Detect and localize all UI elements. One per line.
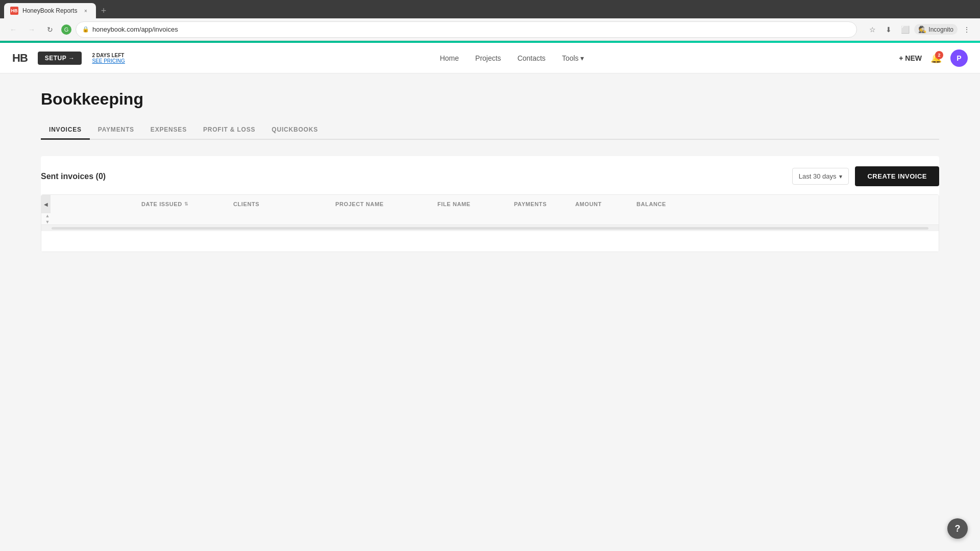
th-file-name: FILE NAME <box>429 195 506 213</box>
browser-actions: ☆ ⬇ ⬜ 🕵 Incognito ⋮ <box>865 22 974 37</box>
page-title: Bookkeeping <box>41 90 939 109</box>
notification-btn[interactable]: 🔔 2 <box>928 50 944 66</box>
url-text: honeybook.com/app/invoices <box>92 26 178 33</box>
app-header: HB SETUP → 2 DAYS LEFT SEE PRICING Home … <box>0 43 980 73</box>
forward-btn[interactable]: → <box>24 22 39 37</box>
tabs-bar: INVOICES PAYMENTS EXPENSES PROFIT & LOSS… <box>41 121 939 140</box>
hb-logo: HB <box>12 52 28 65</box>
back-btn[interactable]: ← <box>6 22 20 37</box>
date-filter-dropdown[interactable]: Last 30 days ▾ <box>792 168 849 185</box>
tab-expenses[interactable]: EXPENSES <box>142 121 195 140</box>
scroll-down-btn[interactable]: ▼ <box>45 219 50 224</box>
tab-close-btn[interactable]: × <box>82 7 90 15</box>
scrollbar-track <box>52 227 928 230</box>
horizontal-scrollbar[interactable] <box>41 225 939 231</box>
sort-icon: ⇅ <box>184 202 189 207</box>
invoice-table: ◀ DATE ISSUED ⇅ CLIENTS PROJECT NAME FIL… <box>41 194 939 252</box>
help-btn[interactable]: ? <box>947 518 968 539</box>
nav-projects[interactable]: Projects <box>475 52 501 64</box>
tab-invoices[interactable]: INVOICES <box>41 121 90 140</box>
download-btn[interactable]: ⬇ <box>881 22 896 37</box>
google-icon[interactable]: G <box>61 24 71 35</box>
th-project-name: PROJECT NAME <box>327 195 429 213</box>
nav-home[interactable]: Home <box>440 52 459 64</box>
star-btn[interactable]: ☆ <box>865 22 879 37</box>
th-clients: CLIENTS <box>225 195 327 213</box>
nav-tools[interactable]: Tools ▾ <box>562 52 584 64</box>
invoice-header: Sent invoices (0) Last 30 days ▾ CREATE … <box>41 156 939 194</box>
scroll-left-btn[interactable]: ◀ <box>41 195 51 213</box>
invoice-controls: Last 30 days ▾ CREATE INVOICE <box>792 166 939 186</box>
tab-title: HoneyBook Reports <box>22 7 77 14</box>
nav-contacts[interactable]: Contacts <box>518 52 546 64</box>
th-date-issued: DATE ISSUED ⇅ <box>133 195 225 213</box>
setup-btn[interactable]: SETUP → <box>38 52 82 65</box>
address-bar-row: ← → ↻ G 🔒 honeybook.com/app/invoices ☆ ⬇… <box>0 18 980 41</box>
new-tab-btn[interactable]: + <box>96 3 111 18</box>
tab-favicon: HB <box>10 7 18 15</box>
invoice-section-title: Sent invoices (0) <box>41 172 106 181</box>
refresh-btn[interactable]: ↻ <box>43 22 57 37</box>
setup-info: 2 DAYS LEFT SEE PRICING <box>92 53 125 64</box>
th-payments: PAYMENTS <box>506 195 567 213</box>
th-balance: BALANCE <box>628 195 649 213</box>
lock-icon: 🔒 <box>82 26 89 33</box>
incognito-badge: 🕵 Incognito <box>914 24 958 35</box>
new-btn[interactable]: + NEW <box>899 54 922 62</box>
header-actions: + NEW 🔔 2 P <box>899 49 968 67</box>
th-amount: AMOUNT <box>567 195 628 213</box>
main-nav: Home Projects Contacts Tools ▾ <box>135 52 889 64</box>
menu-btn[interactable]: ⋮ <box>960 22 974 37</box>
scroll-up-btn[interactable]: ▲ <box>45 213 50 218</box>
address-bar[interactable]: 🔒 honeybook.com/app/invoices <box>76 21 857 38</box>
date-filter-label: Last 30 days <box>799 172 837 180</box>
avatar[interactable]: P <box>950 49 968 67</box>
create-invoice-btn[interactable]: CREATE INVOICE <box>855 166 939 186</box>
see-pricing[interactable]: SEE PRICING <box>92 58 125 64</box>
chevron-down-icon: ▾ <box>839 173 842 180</box>
extension-btn[interactable]: ⬜ <box>898 22 912 37</box>
notification-badge: 2 <box>935 51 943 59</box>
table-body <box>41 231 939 252</box>
browser-tab[interactable]: HB HoneyBook Reports × <box>4 3 96 18</box>
tab-quickbooks[interactable]: QUICKBOOKS <box>263 121 326 140</box>
invoice-section: Sent invoices (0) Last 30 days ▾ CREATE … <box>41 156 939 252</box>
page-content: Bookkeeping INVOICES PAYMENTS EXPENSES P… <box>0 73 980 268</box>
table-header: ◀ DATE ISSUED ⇅ CLIENTS PROJECT NAME FIL… <box>41 195 939 225</box>
scroll-up-down: ▲ ▼ <box>41 213 54 224</box>
days-left: 2 DAYS LEFT <box>92 53 125 58</box>
tab-profit-loss[interactable]: PROFIT & LOSS <box>195 121 263 140</box>
tab-payments[interactable]: PAYMENTS <box>90 121 142 140</box>
